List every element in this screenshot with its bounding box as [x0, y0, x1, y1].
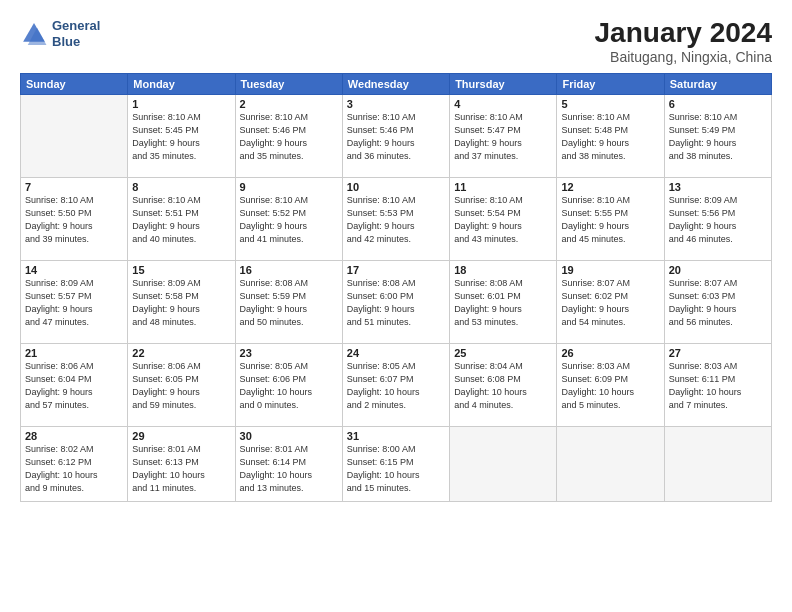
day-info: Sunrise: 8:09 AMSunset: 5:58 PMDaylight:… [132, 277, 230, 329]
weekday-header-monday: Monday [128, 73, 235, 94]
calendar-week-row: 14Sunrise: 8:09 AMSunset: 5:57 PMDayligh… [21, 260, 772, 343]
weekday-header-row: SundayMondayTuesdayWednesdayThursdayFrid… [21, 73, 772, 94]
day-info: Sunrise: 8:07 AMSunset: 6:03 PMDaylight:… [669, 277, 767, 329]
day-number: 16 [240, 264, 338, 276]
day-info: Sunrise: 8:10 AMSunset: 5:55 PMDaylight:… [561, 194, 659, 246]
calendar-cell: 10Sunrise: 8:10 AMSunset: 5:53 PMDayligh… [342, 177, 449, 260]
calendar-cell: 6Sunrise: 8:10 AMSunset: 5:49 PMDaylight… [664, 94, 771, 177]
day-number: 19 [561, 264, 659, 276]
day-number: 14 [25, 264, 123, 276]
logo-text: General Blue [52, 18, 100, 49]
calendar-cell: 29Sunrise: 8:01 AMSunset: 6:13 PMDayligh… [128, 426, 235, 501]
calendar-week-row: 7Sunrise: 8:10 AMSunset: 5:50 PMDaylight… [21, 177, 772, 260]
calendar-cell: 3Sunrise: 8:10 AMSunset: 5:46 PMDaylight… [342, 94, 449, 177]
calendar-cell: 20Sunrise: 8:07 AMSunset: 6:03 PMDayligh… [664, 260, 771, 343]
day-info: Sunrise: 8:10 AMSunset: 5:49 PMDaylight:… [669, 111, 767, 163]
day-info: Sunrise: 8:10 AMSunset: 5:51 PMDaylight:… [132, 194, 230, 246]
calendar-cell: 18Sunrise: 8:08 AMSunset: 6:01 PMDayligh… [450, 260, 557, 343]
calendar-cell: 26Sunrise: 8:03 AMSunset: 6:09 PMDayligh… [557, 343, 664, 426]
calendar-cell: 21Sunrise: 8:06 AMSunset: 6:04 PMDayligh… [21, 343, 128, 426]
logo: General Blue [20, 18, 100, 49]
calendar-cell: 1Sunrise: 8:10 AMSunset: 5:45 PMDaylight… [128, 94, 235, 177]
calendar-cell: 22Sunrise: 8:06 AMSunset: 6:05 PMDayligh… [128, 343, 235, 426]
day-info: Sunrise: 8:09 AMSunset: 5:56 PMDaylight:… [669, 194, 767, 246]
day-info: Sunrise: 8:00 AMSunset: 6:15 PMDaylight:… [347, 443, 445, 495]
calendar-cell [450, 426, 557, 501]
day-info: Sunrise: 8:08 AMSunset: 6:01 PMDaylight:… [454, 277, 552, 329]
day-number: 25 [454, 347, 552, 359]
calendar-cell: 4Sunrise: 8:10 AMSunset: 5:47 PMDaylight… [450, 94, 557, 177]
day-number: 1 [132, 98, 230, 110]
day-number: 31 [347, 430, 445, 442]
calendar-cell: 7Sunrise: 8:10 AMSunset: 5:50 PMDaylight… [21, 177, 128, 260]
day-info: Sunrise: 8:10 AMSunset: 5:46 PMDaylight:… [347, 111, 445, 163]
day-number: 5 [561, 98, 659, 110]
day-info: Sunrise: 8:01 AMSunset: 6:14 PMDaylight:… [240, 443, 338, 495]
day-number: 30 [240, 430, 338, 442]
calendar-cell: 30Sunrise: 8:01 AMSunset: 6:14 PMDayligh… [235, 426, 342, 501]
calendar-week-row: 21Sunrise: 8:06 AMSunset: 6:04 PMDayligh… [21, 343, 772, 426]
day-number: 10 [347, 181, 445, 193]
day-number: 13 [669, 181, 767, 193]
calendar-cell: 17Sunrise: 8:08 AMSunset: 6:00 PMDayligh… [342, 260, 449, 343]
calendar-cell [664, 426, 771, 501]
calendar-cell: 2Sunrise: 8:10 AMSunset: 5:46 PMDaylight… [235, 94, 342, 177]
day-number: 21 [25, 347, 123, 359]
calendar-cell: 31Sunrise: 8:00 AMSunset: 6:15 PMDayligh… [342, 426, 449, 501]
day-info: Sunrise: 8:10 AMSunset: 5:47 PMDaylight:… [454, 111, 552, 163]
calendar-cell: 13Sunrise: 8:09 AMSunset: 5:56 PMDayligh… [664, 177, 771, 260]
day-info: Sunrise: 8:03 AMSunset: 6:09 PMDaylight:… [561, 360, 659, 412]
day-number: 6 [669, 98, 767, 110]
day-info: Sunrise: 8:03 AMSunset: 6:11 PMDaylight:… [669, 360, 767, 412]
calendar-cell: 8Sunrise: 8:10 AMSunset: 5:51 PMDaylight… [128, 177, 235, 260]
day-number: 11 [454, 181, 552, 193]
calendar-cell [21, 94, 128, 177]
day-number: 8 [132, 181, 230, 193]
calendar-body: 1Sunrise: 8:10 AMSunset: 5:45 PMDaylight… [21, 94, 772, 501]
day-info: Sunrise: 8:05 AMSunset: 6:07 PMDaylight:… [347, 360, 445, 412]
day-number: 15 [132, 264, 230, 276]
calendar-location: Baitugang, Ningxia, China [595, 49, 772, 65]
day-number: 3 [347, 98, 445, 110]
calendar-cell: 25Sunrise: 8:04 AMSunset: 6:08 PMDayligh… [450, 343, 557, 426]
calendar-cell: 16Sunrise: 8:08 AMSunset: 5:59 PMDayligh… [235, 260, 342, 343]
day-info: Sunrise: 8:01 AMSunset: 6:13 PMDaylight:… [132, 443, 230, 495]
day-info: Sunrise: 8:10 AMSunset: 5:54 PMDaylight:… [454, 194, 552, 246]
calendar-week-row: 1Sunrise: 8:10 AMSunset: 5:45 PMDaylight… [21, 94, 772, 177]
weekday-header-sunday: Sunday [21, 73, 128, 94]
day-number: 29 [132, 430, 230, 442]
day-info: Sunrise: 8:04 AMSunset: 6:08 PMDaylight:… [454, 360, 552, 412]
day-number: 9 [240, 181, 338, 193]
day-number: 26 [561, 347, 659, 359]
calendar-header: SundayMondayTuesdayWednesdayThursdayFrid… [21, 73, 772, 94]
day-number: 7 [25, 181, 123, 193]
calendar-week-row: 28Sunrise: 8:02 AMSunset: 6:12 PMDayligh… [21, 426, 772, 501]
day-info: Sunrise: 8:06 AMSunset: 6:05 PMDaylight:… [132, 360, 230, 412]
logo-icon [20, 20, 48, 48]
calendar-table: SundayMondayTuesdayWednesdayThursdayFrid… [20, 73, 772, 502]
calendar-cell: 5Sunrise: 8:10 AMSunset: 5:48 PMDaylight… [557, 94, 664, 177]
weekday-header-saturday: Saturday [664, 73, 771, 94]
calendar-page: General Blue January 2024 Baitugang, Nin… [0, 0, 792, 612]
day-info: Sunrise: 8:02 AMSunset: 6:12 PMDaylight:… [25, 443, 123, 495]
day-info: Sunrise: 8:09 AMSunset: 5:57 PMDaylight:… [25, 277, 123, 329]
day-info: Sunrise: 8:08 AMSunset: 6:00 PMDaylight:… [347, 277, 445, 329]
day-number: 24 [347, 347, 445, 359]
day-info: Sunrise: 8:10 AMSunset: 5:50 PMDaylight:… [25, 194, 123, 246]
calendar-cell: 19Sunrise: 8:07 AMSunset: 6:02 PMDayligh… [557, 260, 664, 343]
logo-line2: Blue [52, 34, 100, 50]
weekday-header-tuesday: Tuesday [235, 73, 342, 94]
logo-line1: General [52, 18, 100, 34]
day-info: Sunrise: 8:05 AMSunset: 6:06 PMDaylight:… [240, 360, 338, 412]
day-info: Sunrise: 8:10 AMSunset: 5:46 PMDaylight:… [240, 111, 338, 163]
calendar-cell: 15Sunrise: 8:09 AMSunset: 5:58 PMDayligh… [128, 260, 235, 343]
day-info: Sunrise: 8:10 AMSunset: 5:45 PMDaylight:… [132, 111, 230, 163]
day-info: Sunrise: 8:10 AMSunset: 5:53 PMDaylight:… [347, 194, 445, 246]
weekday-header-thursday: Thursday [450, 73, 557, 94]
day-number: 12 [561, 181, 659, 193]
title-block: January 2024 Baitugang, Ningxia, China [595, 18, 772, 65]
calendar-cell: 24Sunrise: 8:05 AMSunset: 6:07 PMDayligh… [342, 343, 449, 426]
day-info: Sunrise: 8:06 AMSunset: 6:04 PMDaylight:… [25, 360, 123, 412]
day-number: 17 [347, 264, 445, 276]
day-number: 20 [669, 264, 767, 276]
